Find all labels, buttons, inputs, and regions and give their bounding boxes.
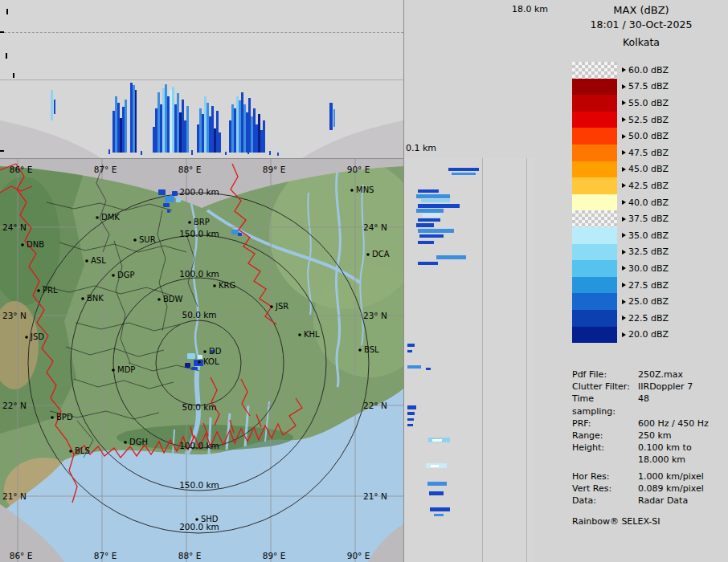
info-label [572,454,638,466]
echo-bar [419,234,444,238]
echo-bar [426,368,431,370]
echo-bar [407,350,412,352]
legend-label: 27.5 dBZ [628,280,669,291]
range-ring-label: 200.0 km [179,187,219,197]
legend-arrow-icon [622,200,626,205]
echo-bar [329,103,333,130]
legend-arrow-icon [622,233,626,238]
echo-bar [269,151,271,155]
axis-tick [6,53,7,59]
city-dot [366,253,370,256]
city-label: KHL [304,330,320,339]
city-label: PRL [43,286,58,295]
legend-label: 37.5 dBZ [628,214,669,224]
city-label: SUR [139,235,156,244]
legend-swatch [572,194,617,211]
lon-label: 88° E [178,551,202,560]
legend-swatch [572,210,617,227]
info-value: 0.100 km to [638,442,692,454]
legend-swatch [572,293,617,310]
legend-swatch [572,327,617,344]
echo-bar [431,465,439,467]
legend-label: 32.5 dBZ [628,246,669,257]
radar-display-window: 86° E86° E87° E87° E88° E88° E89° E89° E… [0,0,728,562]
city-label: BRP [194,218,210,226]
legend-arrow-icon [622,283,626,287]
city-dot [298,333,301,336]
legend-label: 55.0 dBZ [628,98,669,108]
legend-row: 27.5 dBZ [572,277,669,294]
axis-tick [0,150,4,152]
city-dot [188,221,191,224]
info-label: Range: [572,430,638,442]
city-dot [198,360,201,364]
legend-label: 60.0 dBZ [628,65,669,75]
info-label: Pdf File: [572,369,638,381]
lon-label: 89° E [263,165,286,174]
legend-header: MAX (dBZ) 18:01 / 30-Oct-2025 Kolkata [554,4,728,48]
city-label: SHD [201,515,219,523]
lon-label: 89° E [263,551,286,560]
echo-bar [333,109,335,127]
city-label: KOL [203,357,219,366]
info-label: Hor Res: [572,470,638,483]
legend-arrow-icon [622,299,626,304]
legend-arrow-icon [622,100,626,105]
city-label: DGP [117,271,134,279]
axis-tick [13,73,14,78]
legend-label: 20.0 dBZ [628,329,669,340]
info-value: IIRDoppler 7 [638,381,693,393]
info-value: 1.000 km/pixel [638,470,704,483]
city-label: BDW [163,295,183,303]
legend-row: 47.5 dBZ [572,145,669,161]
echo-bar [418,218,440,222]
info-value: 48 [638,393,649,417]
info-value: 18.000 km [638,454,685,466]
map-echo [191,367,198,370]
ew-height-profile-panel [0,0,403,158]
info-label: Data: [572,495,638,507]
city-dot [112,369,115,372]
timestamp: 18:01 / 30-Oct-2025 [554,18,728,31]
map-echo [187,353,195,359]
echo-bar [434,514,444,516]
echo-bar [416,223,434,227]
city-label: DGH [129,438,148,446]
legend-swatch [572,260,617,277]
legend-arrow-icon [622,266,626,271]
legend-label: 30.0 dBZ [628,263,669,274]
echo-bar [407,412,415,415]
legend-arrow-icon [622,150,626,155]
city-label: DCA [372,250,390,259]
echo-bar [225,152,227,155]
info-row: Vert Res:0.089 km/pixel [572,483,709,495]
legend-row: 45.0 dBZ [572,161,669,178]
legend-arrow-icon [622,67,626,72]
legend-label: 50.0 dBZ [628,131,669,141]
echo-bar [418,229,454,233]
lon-label: 88° E [178,165,202,174]
lat-label: 23° N [363,311,387,320]
legend-swatch [572,79,617,96]
legend-row: 50.0 dBZ [572,128,669,145]
legend-row: 22.5 dBZ [572,310,669,327]
info-row: Clutter Filter:IIRDoppler 7 [572,381,709,393]
city-label: DNB [27,240,44,249]
map-echo [231,230,239,234]
info-label: Height: [572,442,638,454]
info-value: 600 Hz / 450 Hz [638,417,709,430]
echo-bar [277,153,279,156]
city-label: KRG [219,281,235,290]
legend-row: 57.5 dBZ [572,79,669,96]
city-label: BNK [87,294,104,303]
city-dot [96,216,99,219]
product-title: MAX (dBZ) [554,4,728,16]
info-row: 18.000 km [572,454,709,466]
lon-label: 90° E [347,165,370,174]
echo-bar [407,365,421,369]
city-label: MNS [356,185,374,194]
echo-bar [135,90,137,153]
info-value: 0.089 km/pixel [638,483,704,495]
city-label: JSR [275,302,288,311]
info-row: Data:Radar Data [572,495,709,507]
